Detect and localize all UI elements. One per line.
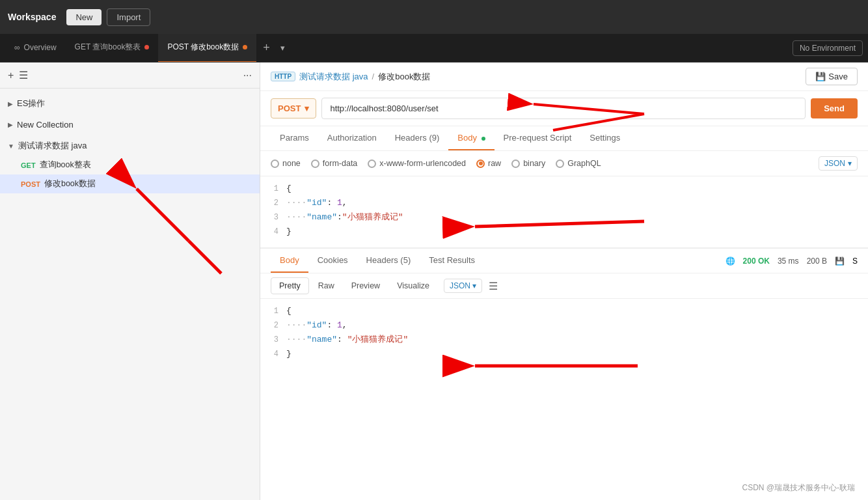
tab-overview[interactable]: ∞ Overview xyxy=(5,34,66,62)
response-json-format-selector[interactable]: JSON ▾ xyxy=(444,279,482,293)
url-input[interactable] xyxy=(321,98,806,119)
method-selector[interactable]: POST ▾ xyxy=(271,98,316,118)
request-bar: POST ▾ Send xyxy=(260,91,868,126)
sidebar-group-es: ▶ ES操作 xyxy=(0,94,260,113)
sidebar-group-es-label: ES操作 xyxy=(17,98,45,109)
save-button[interactable]: 💾 Save xyxy=(806,68,858,85)
tab-body[interactable]: Body xyxy=(448,126,494,150)
filter-button[interactable]: ☰ xyxy=(19,69,28,81)
more-options-button[interactable]: ··· xyxy=(243,70,252,81)
workspace-label: Workspace xyxy=(8,12,56,22)
sidebar-header: + ☰ ··· xyxy=(0,62,260,89)
radio-raw[interactable]: raw xyxy=(476,159,501,168)
radio-none[interactable]: none xyxy=(271,159,301,168)
sidebar-group-es-header[interactable]: ▶ ES操作 xyxy=(0,94,260,113)
tab-post-book[interactable]: POST 修改book数据 xyxy=(158,34,256,62)
tab-post-book-label: POST 修改book数据 xyxy=(167,42,239,53)
tab-headers[interactable]: Headers (9) xyxy=(386,126,449,150)
tab-post-dot xyxy=(243,45,247,49)
main-layout: + ☰ ··· ▶ ES操作 ▶ New Collection xyxy=(0,62,868,500)
sidebar-item-get-book[interactable]: GET 查询book整表 xyxy=(0,156,260,174)
response-code-line-2: 2 ····"id": 1, xyxy=(260,318,868,333)
method-value: POST xyxy=(278,104,301,113)
method-get-label: GET xyxy=(21,161,36,169)
breadcrumb-current-page: 修改book数据 xyxy=(378,71,430,83)
filter-icon[interactable]: ☰ xyxy=(489,280,498,292)
code-line-4: 4 } xyxy=(260,225,868,239)
tab-arrow-button[interactable]: ▾ xyxy=(277,43,289,53)
view-tab-visualize[interactable]: Visualize xyxy=(389,278,437,294)
sidebar-items: ▶ ES操作 ▶ New Collection ▼ 测试请求数据 java GE… xyxy=(0,89,260,500)
radio-raw-dot xyxy=(476,160,485,168)
response-size: 200 B xyxy=(807,257,827,266)
response-status-bar: 🌐 200 OK 35 ms 200 B 💾 S xyxy=(726,257,858,266)
sidebar-group-new-collection-header[interactable]: ▶ New Collection xyxy=(0,116,260,133)
code-line-3: 3 ····"name":"小猫猫养成记" xyxy=(260,210,868,225)
radio-urlencoded[interactable]: x-www-form-urlencoded xyxy=(368,159,466,168)
environment-selector[interactable]: No Environment xyxy=(793,40,863,56)
add-collection-button[interactable]: + xyxy=(8,70,14,81)
view-tab-raw[interactable]: Raw xyxy=(310,278,342,294)
response-tab-headers[interactable]: Headers (5) xyxy=(357,249,420,273)
chevron-down-icon: ▼ xyxy=(8,143,14,150)
response-code-line-4: 4 } xyxy=(260,347,868,361)
tab-add-button[interactable]: + xyxy=(256,41,277,55)
view-tab-pretty[interactable]: Pretty xyxy=(271,277,309,294)
status-code: 200 OK xyxy=(743,257,770,266)
response-tabs-bar: Body Cookies Headers (5) Test Results 🌐 … xyxy=(260,249,868,273)
body-type-bar: none form-data x-www-form-urlencoded raw… xyxy=(260,151,868,176)
code-line-1: 1 { xyxy=(260,182,868,196)
sidebar-group-new-collection: ▶ New Collection xyxy=(0,116,260,133)
sidebar-item-get-book-label: 查询book整表 xyxy=(40,160,91,171)
json-format-selector[interactable]: JSON ▾ xyxy=(819,156,858,171)
chevron-right-icon-2: ▶ xyxy=(8,121,13,128)
sidebar-item-post-book-label: 修改book数据 xyxy=(44,178,96,189)
content-area: HTTP 测试请求数据 java / 修改book数据 💾 Save POST … xyxy=(260,62,868,500)
globe-icon: 🌐 xyxy=(726,257,735,266)
radio-graphql-dot xyxy=(556,160,564,168)
save-response-icon[interactable]: 💾 xyxy=(835,257,845,266)
response-tab-test-results[interactable]: Test Results xyxy=(420,249,484,273)
new-button[interactable]: New xyxy=(66,9,102,25)
response-view-tabs: Pretty Raw Preview Visualize JSON ▾ ☰ xyxy=(260,273,868,299)
method-post-label: POST xyxy=(21,180,40,188)
save-icon: 💾 xyxy=(815,72,826,81)
response-tab-body[interactable]: Body xyxy=(271,249,308,273)
breadcrumb-collection-link[interactable]: 测试请求数据 java xyxy=(299,71,368,83)
tab-pre-request[interactable]: Pre-request Script xyxy=(495,126,581,150)
json-format-chevron: ▾ xyxy=(848,159,852,168)
radio-graphql[interactable]: GraphQL xyxy=(556,159,601,168)
tab-settings[interactable]: Settings xyxy=(580,126,629,150)
radio-binary-dot xyxy=(511,160,520,168)
tab-authorization[interactable]: Authorization xyxy=(318,126,386,150)
radio-binary[interactable]: binary xyxy=(511,159,545,168)
view-tab-preview[interactable]: Preview xyxy=(344,278,388,294)
response-tab-cookies[interactable]: Cookies xyxy=(308,249,357,273)
method-dropdown-icon: ▾ xyxy=(305,104,309,113)
tab-get-book[interactable]: GET 查询book整表 xyxy=(66,34,159,62)
response-area: Body Cookies Headers (5) Test Results 🌐 … xyxy=(260,248,868,500)
tab-bar: ∞ Overview GET 查询book整表 POST 修改book数据 + … xyxy=(0,34,868,62)
json-format-value: JSON xyxy=(824,159,845,168)
sidebar-item-post-book[interactable]: POST 修改book数据 xyxy=(0,174,260,193)
import-button[interactable]: Import xyxy=(107,8,150,26)
radio-form-data[interactable]: form-data xyxy=(311,159,358,168)
sidebar-group-java-header[interactable]: ▼ 测试请求数据 java xyxy=(0,136,260,156)
http-badge: HTTP xyxy=(271,72,295,81)
radio-form-data-dot xyxy=(311,160,319,168)
send-button[interactable]: Send xyxy=(811,98,858,118)
sidebar-group-java: ▼ 测试请求数据 java GET 查询book整表 POST 修改book数据 xyxy=(0,136,260,193)
breadcrumb-separator: / xyxy=(372,72,375,81)
response-code-line-1: 1 { xyxy=(260,304,868,318)
radio-none-dot xyxy=(271,160,279,168)
chevron-right-icon: ▶ xyxy=(8,100,13,107)
request-body-editor[interactable]: 1 { 2 ····"id": 1, 3 ····"name":"小猫猫养成记"… xyxy=(260,176,868,248)
tab-params[interactable]: Params xyxy=(271,126,318,150)
save-label: Save xyxy=(828,72,848,81)
code-line-2: 2 ····"id": 1, xyxy=(260,196,868,210)
response-body-editor: 1 { 2 ····"id": 1, 3 ····"name": "小猫猫养成记… xyxy=(260,299,868,500)
response-code-line-3: 3 ····"name": "小猫猫养成记" xyxy=(260,333,868,347)
response-time: 35 ms xyxy=(778,257,799,266)
tab-get-dot xyxy=(144,45,149,49)
response-extra: S xyxy=(852,257,858,266)
